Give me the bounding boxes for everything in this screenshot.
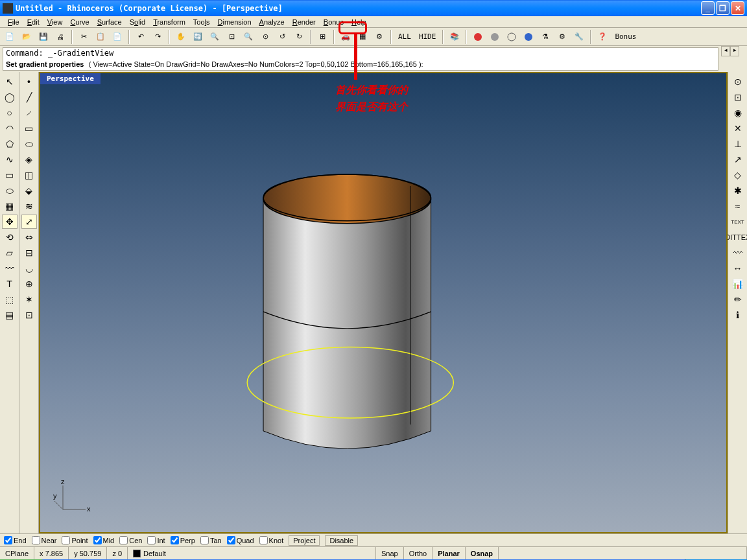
curve2-tool[interactable]: ∿ (2, 152, 18, 167)
options-button[interactable]: ⚙ (372, 30, 386, 44)
pencil-icon[interactable]: ✏ (730, 292, 746, 307)
zoom-window-button[interactable]: 🔍 (241, 30, 255, 44)
menu-view[interactable]: View (43, 18, 67, 27)
measure-icon[interactable]: ↔ (730, 261, 746, 275)
text-tool[interactable]: T (2, 277, 18, 291)
point-tool[interactable]: • (21, 75, 37, 89)
undo-button[interactable]: ↶ (134, 30, 148, 44)
pan-button[interactable]: ✋ (174, 30, 188, 44)
arc-tool[interactable]: ◠ (2, 121, 18, 135)
rect-tool[interactable]: ▭ (21, 121, 37, 135)
paste-button[interactable]: 📄 (110, 30, 124, 44)
menu-analyze[interactable]: Analyze (255, 18, 289, 27)
text-tool-1[interactable]: TEXT (730, 215, 746, 229)
edit-text-tool[interactable]: EDITTEXT (730, 230, 746, 244)
status-osnap[interactable]: Osnap (466, 547, 499, 559)
osnap-end[interactable]: End (4, 536, 27, 544)
hide-label[interactable]: HIDE (416, 32, 439, 41)
info-icon[interactable]: ℹ (730, 308, 746, 322)
osnap-cen-icon[interactable]: ◉ (730, 106, 746, 120)
zoom-button[interactable]: 🔍 (208, 30, 222, 44)
mirror-tool[interactable]: ⇔ (21, 230, 37, 244)
menu-curve[interactable]: Curve (66, 18, 93, 27)
osnap-disable[interactable]: Disable (325, 535, 358, 546)
lasso-tool[interactable]: ◯ (2, 90, 18, 104)
minimize-button[interactable]: _ (701, 1, 715, 15)
osnap-mid-icon[interactable]: ⊡ (730, 90, 746, 104)
menu-solid[interactable]: Solid (126, 18, 149, 27)
rotate-button[interactable]: 🔄 (191, 30, 205, 44)
bonus-label[interactable]: Bonus (612, 32, 639, 41)
save-button[interactable]: 💾 (36, 30, 51, 44)
polygon-tool[interactable]: ⬠ (2, 137, 18, 151)
ellipse-tool[interactable]: ⬭ (21, 137, 37, 151)
redo-view-button[interactable]: ↻ (292, 30, 306, 44)
menu-transform[interactable]: Transform (149, 18, 189, 27)
osnap-near[interactable]: Near (32, 536, 57, 544)
menu-edit[interactable]: Edit (23, 18, 43, 27)
close-button[interactable]: ✕ (731, 1, 744, 15)
mesh-tool[interactable]: ▦ (2, 199, 18, 213)
undo-view-button[interactable]: ↺ (275, 30, 289, 44)
circle-tool[interactable]: ○ (2, 106, 18, 120)
osnap-cen[interactable]: Cen (119, 536, 142, 544)
trim-tool[interactable]: ⊟ (21, 246, 37, 260)
command-prompt[interactable]: Set gradient properties ( View=Active St… (3, 58, 718, 70)
osnap-project[interactable]: Project (289, 535, 320, 546)
menu-render[interactable]: Render (289, 18, 320, 27)
plane-tool[interactable]: ▱ (2, 246, 18, 260)
scale-tool[interactable]: ⤢ (21, 215, 37, 229)
fillet-tool[interactable]: ◡ (21, 261, 37, 275)
zoom-extents-button[interactable]: ⊡ (224, 30, 239, 44)
open-button[interactable]: 📂 (19, 30, 34, 44)
osnap-knot[interactable]: Knot (259, 536, 284, 544)
gear-icon[interactable]: ⚙ (555, 30, 569, 44)
osnap-near-icon[interactable]: ≈ (730, 199, 746, 213)
sphere-red-icon[interactable] (471, 30, 485, 44)
arrow-tool[interactable]: ↖ (2, 75, 18, 89)
rotate-tool[interactable]: ⟲ (2, 230, 18, 244)
status-snap[interactable]: Snap (376, 547, 404, 559)
viewport[interactable]: Perspective 首先你看看你的 界面是否有这个 (39, 72, 728, 533)
move-tool[interactable]: ✥ (2, 215, 18, 229)
menu-surface[interactable]: Surface (93, 18, 126, 27)
explode-tool[interactable]: ✶ (21, 292, 37, 307)
menu-file[interactable]: File (4, 18, 23, 27)
new-button[interactable]: 📄 (3, 30, 17, 44)
curve-tool[interactable]: 〰 (2, 261, 18, 275)
osnap-perp-icon[interactable]: ⊥ (730, 137, 746, 151)
osnap-perp[interactable]: Perp (171, 536, 195, 544)
sphere-blue-icon[interactable] (521, 30, 536, 44)
solid-tool[interactable]: ◫ (21, 168, 37, 182)
zoom-selected-button[interactable]: ⊙ (258, 30, 272, 44)
sphere-gray-icon[interactable] (488, 30, 502, 44)
settings-icon[interactable]: 🔧 (572, 30, 586, 44)
osnap-point[interactable]: Point (62, 536, 88, 544)
dim-tool[interactable]: ⬚ (2, 292, 18, 307)
osnap-int[interactable]: Int (147, 536, 165, 544)
status-planar[interactable]: Planar (433, 547, 466, 559)
analyze-icon[interactable]: 📊 (730, 277, 746, 291)
box-tool[interactable]: ▭ (2, 168, 18, 182)
osnap-tan-icon[interactable]: ↗ (730, 152, 746, 167)
osnap-mid[interactable]: Mid (93, 536, 115, 544)
extrude-tool[interactable]: ⬙ (21, 183, 37, 198)
polyline-tool[interactable]: ⟋ (21, 106, 37, 120)
osnap-int-icon[interactable]: ✕ (730, 121, 746, 135)
osnap-quad-icon[interactable]: ◇ (730, 168, 746, 182)
hatch-tool[interactable]: ▤ (2, 308, 18, 322)
join-tool[interactable]: ⊕ (21, 277, 37, 291)
menu-dimension[interactable]: Dimension (214, 18, 255, 27)
copy-button[interactable]: 📋 (93, 30, 108, 44)
line-tool[interactable]: ╱ (21, 90, 37, 104)
help-icon[interactable]: ❓ (595, 30, 610, 44)
curve-r-icon[interactable]: 〰 (730, 246, 746, 260)
osnap-tan[interactable]: Tan (200, 536, 222, 544)
loft-tool[interactable]: ≋ (21, 199, 37, 213)
osnap-quad[interactable]: Quad (227, 536, 254, 544)
surface-tool[interactable]: ◈ (21, 152, 37, 167)
flask-icon[interactable]: ⚗ (538, 30, 552, 44)
group-tool[interactable]: ⊡ (21, 308, 37, 322)
status-layer[interactable]: Default (128, 547, 376, 559)
menu-tools[interactable]: Tools (189, 18, 214, 27)
